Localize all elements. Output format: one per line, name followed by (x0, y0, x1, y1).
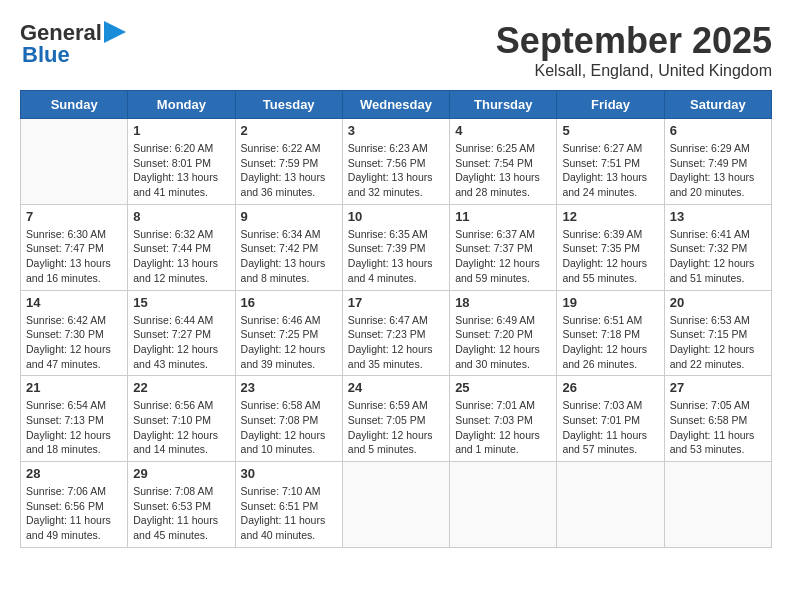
day-number: 22 (133, 380, 229, 395)
day-info: Sunrise: 6:37 AMSunset: 7:37 PMDaylight:… (455, 227, 551, 286)
calendar-cell: 9Sunrise: 6:34 AMSunset: 7:42 PMDaylight… (235, 204, 342, 290)
calendar-cell: 1Sunrise: 6:20 AMSunset: 8:01 PMDaylight… (128, 119, 235, 205)
calendar-cell: 7Sunrise: 6:30 AMSunset: 7:47 PMDaylight… (21, 204, 128, 290)
location-title: Kelsall, England, United Kingdom (496, 62, 772, 80)
day-info: Sunrise: 6:44 AMSunset: 7:27 PMDaylight:… (133, 313, 229, 372)
day-number: 16 (241, 295, 337, 310)
day-number: 4 (455, 123, 551, 138)
calendar-cell: 3Sunrise: 6:23 AMSunset: 7:56 PMDaylight… (342, 119, 449, 205)
weekday-header: Thursday (450, 91, 557, 119)
day-info: Sunrise: 6:30 AMSunset: 7:47 PMDaylight:… (26, 227, 122, 286)
calendar: SundayMondayTuesdayWednesdayThursdayFrid… (20, 90, 772, 548)
day-info: Sunrise: 6:51 AMSunset: 7:18 PMDaylight:… (562, 313, 658, 372)
weekday-header: Friday (557, 91, 664, 119)
day-info: Sunrise: 6:32 AMSunset: 7:44 PMDaylight:… (133, 227, 229, 286)
day-number: 25 (455, 380, 551, 395)
calendar-cell: 29Sunrise: 7:08 AMSunset: 6:53 PMDayligh… (128, 462, 235, 548)
calendar-cell (557, 462, 664, 548)
day-number: 24 (348, 380, 444, 395)
calendar-cell: 17Sunrise: 6:47 AMSunset: 7:23 PMDayligh… (342, 290, 449, 376)
logo: General Blue (20, 20, 126, 68)
calendar-cell: 20Sunrise: 6:53 AMSunset: 7:15 PMDayligh… (664, 290, 771, 376)
header: General Blue September 2025 Kelsall, Eng… (20, 20, 772, 80)
calendar-week-row: 21Sunrise: 6:54 AMSunset: 7:13 PMDayligh… (21, 376, 772, 462)
calendar-cell: 14Sunrise: 6:42 AMSunset: 7:30 PMDayligh… (21, 290, 128, 376)
day-number: 17 (348, 295, 444, 310)
month-title: September 2025 (496, 20, 772, 62)
weekday-header: Saturday (664, 91, 771, 119)
day-info: Sunrise: 6:42 AMSunset: 7:30 PMDaylight:… (26, 313, 122, 372)
calendar-cell: 16Sunrise: 6:46 AMSunset: 7:25 PMDayligh… (235, 290, 342, 376)
svg-marker-0 (104, 21, 126, 43)
calendar-cell: 6Sunrise: 6:29 AMSunset: 7:49 PMDaylight… (664, 119, 771, 205)
day-info: Sunrise: 6:25 AMSunset: 7:54 PMDaylight:… (455, 141, 551, 200)
day-info: Sunrise: 6:20 AMSunset: 8:01 PMDaylight:… (133, 141, 229, 200)
day-number: 9 (241, 209, 337, 224)
calendar-week-row: 7Sunrise: 6:30 AMSunset: 7:47 PMDaylight… (21, 204, 772, 290)
calendar-cell: 4Sunrise: 6:25 AMSunset: 7:54 PMDaylight… (450, 119, 557, 205)
day-number: 14 (26, 295, 122, 310)
weekday-header: Sunday (21, 91, 128, 119)
calendar-cell (21, 119, 128, 205)
calendar-cell: 23Sunrise: 6:58 AMSunset: 7:08 PMDayligh… (235, 376, 342, 462)
day-number: 3 (348, 123, 444, 138)
day-info: Sunrise: 6:53 AMSunset: 7:15 PMDaylight:… (670, 313, 766, 372)
weekday-header: Tuesday (235, 91, 342, 119)
calendar-cell: 19Sunrise: 6:51 AMSunset: 7:18 PMDayligh… (557, 290, 664, 376)
calendar-cell (450, 462, 557, 548)
calendar-cell (664, 462, 771, 548)
day-number: 26 (562, 380, 658, 395)
calendar-cell: 21Sunrise: 6:54 AMSunset: 7:13 PMDayligh… (21, 376, 128, 462)
calendar-cell: 26Sunrise: 7:03 AMSunset: 7:01 PMDayligh… (557, 376, 664, 462)
day-number: 18 (455, 295, 551, 310)
day-info: Sunrise: 6:27 AMSunset: 7:51 PMDaylight:… (562, 141, 658, 200)
day-number: 13 (670, 209, 766, 224)
day-number: 21 (26, 380, 122, 395)
day-number: 5 (562, 123, 658, 138)
logo-blue: Blue (22, 42, 70, 68)
day-info: Sunrise: 6:47 AMSunset: 7:23 PMDaylight:… (348, 313, 444, 372)
calendar-cell: 15Sunrise: 6:44 AMSunset: 7:27 PMDayligh… (128, 290, 235, 376)
day-number: 11 (455, 209, 551, 224)
day-number: 15 (133, 295, 229, 310)
day-number: 7 (26, 209, 122, 224)
day-info: Sunrise: 6:35 AMSunset: 7:39 PMDaylight:… (348, 227, 444, 286)
day-info: Sunrise: 6:54 AMSunset: 7:13 PMDaylight:… (26, 398, 122, 457)
calendar-cell: 11Sunrise: 6:37 AMSunset: 7:37 PMDayligh… (450, 204, 557, 290)
calendar-cell: 10Sunrise: 6:35 AMSunset: 7:39 PMDayligh… (342, 204, 449, 290)
title-area: September 2025 Kelsall, England, United … (496, 20, 772, 80)
day-number: 27 (670, 380, 766, 395)
day-number: 10 (348, 209, 444, 224)
calendar-week-row: 1Sunrise: 6:20 AMSunset: 8:01 PMDaylight… (21, 119, 772, 205)
day-info: Sunrise: 6:46 AMSunset: 7:25 PMDaylight:… (241, 313, 337, 372)
day-info: Sunrise: 7:06 AMSunset: 6:56 PMDaylight:… (26, 484, 122, 543)
day-number: 19 (562, 295, 658, 310)
weekday-header: Wednesday (342, 91, 449, 119)
day-info: Sunrise: 6:22 AMSunset: 7:59 PMDaylight:… (241, 141, 337, 200)
day-number: 6 (670, 123, 766, 138)
day-info: Sunrise: 7:08 AMSunset: 6:53 PMDaylight:… (133, 484, 229, 543)
calendar-cell (342, 462, 449, 548)
calendar-cell: 27Sunrise: 7:05 AMSunset: 6:58 PMDayligh… (664, 376, 771, 462)
calendar-cell: 18Sunrise: 6:49 AMSunset: 7:20 PMDayligh… (450, 290, 557, 376)
calendar-cell: 24Sunrise: 6:59 AMSunset: 7:05 PMDayligh… (342, 376, 449, 462)
calendar-header-row: SundayMondayTuesdayWednesdayThursdayFrid… (21, 91, 772, 119)
day-info: Sunrise: 7:10 AMSunset: 6:51 PMDaylight:… (241, 484, 337, 543)
day-info: Sunrise: 7:05 AMSunset: 6:58 PMDaylight:… (670, 398, 766, 457)
calendar-cell: 30Sunrise: 7:10 AMSunset: 6:51 PMDayligh… (235, 462, 342, 548)
day-info: Sunrise: 6:39 AMSunset: 7:35 PMDaylight:… (562, 227, 658, 286)
day-number: 30 (241, 466, 337, 481)
day-info: Sunrise: 7:03 AMSunset: 7:01 PMDaylight:… (562, 398, 658, 457)
day-info: Sunrise: 6:23 AMSunset: 7:56 PMDaylight:… (348, 141, 444, 200)
weekday-header: Monday (128, 91, 235, 119)
calendar-cell: 8Sunrise: 6:32 AMSunset: 7:44 PMDaylight… (128, 204, 235, 290)
calendar-cell: 22Sunrise: 6:56 AMSunset: 7:10 PMDayligh… (128, 376, 235, 462)
calendar-cell: 5Sunrise: 6:27 AMSunset: 7:51 PMDaylight… (557, 119, 664, 205)
day-number: 1 (133, 123, 229, 138)
day-number: 2 (241, 123, 337, 138)
day-number: 20 (670, 295, 766, 310)
day-number: 28 (26, 466, 122, 481)
calendar-cell: 25Sunrise: 7:01 AMSunset: 7:03 PMDayligh… (450, 376, 557, 462)
day-info: Sunrise: 6:59 AMSunset: 7:05 PMDaylight:… (348, 398, 444, 457)
logo-arrow-icon (104, 21, 126, 43)
